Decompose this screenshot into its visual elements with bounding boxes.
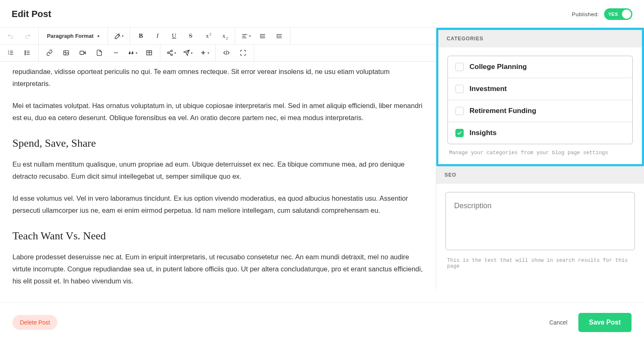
category-item-retirement-funding[interactable]: Retirement Funding <box>448 100 632 122</box>
italic-button[interactable]: I <box>149 28 166 44</box>
svg-point-19 <box>25 52 26 53</box>
seo-description-input[interactable] <box>445 192 635 250</box>
content-paragraph: Id esse volumus vel. Vel in vero laboram… <box>12 192 423 217</box>
checkbox-checked-icon <box>455 129 464 137</box>
unordered-list-button[interactable] <box>19 44 36 61</box>
hr-button[interactable] <box>108 44 124 61</box>
strikethrough-button[interactable]: S <box>182 28 199 44</box>
insert-button[interactable] <box>196 44 213 61</box>
content-heading: Teach Want Vs. Need <box>12 226 423 246</box>
svg-point-30 <box>167 52 169 54</box>
underline-button[interactable]: U <box>166 28 182 44</box>
video-button[interactable] <box>74 44 91 61</box>
image-button[interactable] <box>58 44 74 61</box>
delete-post-button[interactable]: Delete Post <box>12 315 57 330</box>
svg-line-36 <box>226 51 226 55</box>
superscript-button[interactable]: x2 <box>199 28 216 44</box>
format-label: Paragraph Format <box>47 33 93 39</box>
quote-button[interactable] <box>124 44 141 61</box>
categories-panel: CATEGORIES College Planning Investment R… <box>436 28 644 166</box>
content-paragraph: Eu est nullam mentitum qualisque, unum p… <box>12 158 423 182</box>
editor-content[interactable]: repudiandae, vidisse oporteat periculis … <box>0 62 436 289</box>
bold-button[interactable]: B <box>133 28 149 44</box>
checkbox-icon <box>455 107 464 115</box>
content-paragraph: repudiandae, vidisse oporteat periculis … <box>12 66 423 90</box>
undo-button[interactable] <box>2 28 19 44</box>
send-button[interactable] <box>179 44 196 61</box>
content-paragraph: Mei et tacimates volutpat. Has ornatus v… <box>12 100 423 124</box>
main: Paragraph Format B I U S x2 x2 <box>0 28 644 289</box>
category-item-insights[interactable]: Insights <box>448 122 632 144</box>
svg-rect-23 <box>80 51 84 54</box>
cancel-button[interactable]: Cancel <box>549 319 568 326</box>
header: Edit Post Published: YES <box>0 0 644 27</box>
seo-panel: SEO This is the text that will show in s… <box>436 166 644 278</box>
ordered-list-button[interactable]: 123 <box>2 44 19 61</box>
checkbox-icon <box>455 63 464 71</box>
share-button[interactable] <box>163 44 179 61</box>
svg-point-31 <box>171 54 172 56</box>
link-button[interactable] <box>41 44 58 61</box>
dropdown-indicator-icon <box>98 35 99 37</box>
subscript-button[interactable]: x2 <box>216 28 232 44</box>
save-post-button[interactable]: Save Post <box>578 313 632 332</box>
published-toggle[interactable]: YES <box>604 8 632 20</box>
svg-text:3: 3 <box>8 53 9 55</box>
svg-point-22 <box>65 52 66 53</box>
categories-list: College Planning Investment Retirement F… <box>447 56 633 144</box>
publish-toggle-group: Published: YES <box>572 8 632 20</box>
category-label: Insights <box>469 129 497 137</box>
content-paragraph: Labore prodesset deseruisse nec at. Eum … <box>12 251 423 287</box>
seo-hint: This is the text that will show in searc… <box>445 258 635 269</box>
category-label: College Planning <box>469 63 527 71</box>
toolbar-row-1: Paragraph Format B I U S x2 x2 <box>0 28 436 44</box>
category-label: Retirement Funding <box>469 107 536 115</box>
toggle-yes-text: YES <box>608 12 618 17</box>
content-heading: Spend, Save, Share <box>12 134 423 153</box>
sidebar: CATEGORIES College Planning Investment R… <box>436 28 644 289</box>
svg-line-32 <box>169 51 171 52</box>
svg-point-29 <box>171 50 172 52</box>
indent-button[interactable] <box>271 28 288 44</box>
align-button[interactable] <box>238 28 254 44</box>
redo-button[interactable] <box>19 28 36 44</box>
svg-point-18 <box>25 51 26 52</box>
category-item-college-planning[interactable]: College Planning <box>448 56 632 78</box>
magic-wand-button[interactable] <box>111 28 127 44</box>
category-item-investment[interactable]: Investment <box>448 78 632 100</box>
checkbox-icon <box>455 85 464 93</box>
categories-header: CATEGORIES <box>438 30 642 47</box>
toolbar-row-2: 123 <box>0 44 436 61</box>
paragraph-format-dropdown[interactable]: Paragraph Format <box>41 28 105 44</box>
code-view-button[interactable] <box>218 44 235 61</box>
editor-pane: Paragraph Format B I U S x2 x2 <box>0 28 436 289</box>
category-label: Investment <box>469 85 507 93</box>
svg-line-33 <box>169 53 171 54</box>
categories-hint: Manage your categories from your blog pa… <box>447 150 633 156</box>
outdent-button[interactable] <box>254 28 271 44</box>
svg-point-20 <box>25 54 26 55</box>
footer: Delete Post Cancel Save Post <box>0 303 644 342</box>
fullscreen-button[interactable] <box>235 44 251 61</box>
seo-header: SEO <box>436 166 644 184</box>
table-button[interactable] <box>141 44 157 61</box>
page-title: Edit Post <box>12 9 51 20</box>
toggle-knob <box>622 10 631 19</box>
toolbar: Paragraph Format B I U S x2 x2 <box>0 28 436 62</box>
file-button[interactable] <box>91 44 108 61</box>
published-label: Published: <box>572 11 599 17</box>
